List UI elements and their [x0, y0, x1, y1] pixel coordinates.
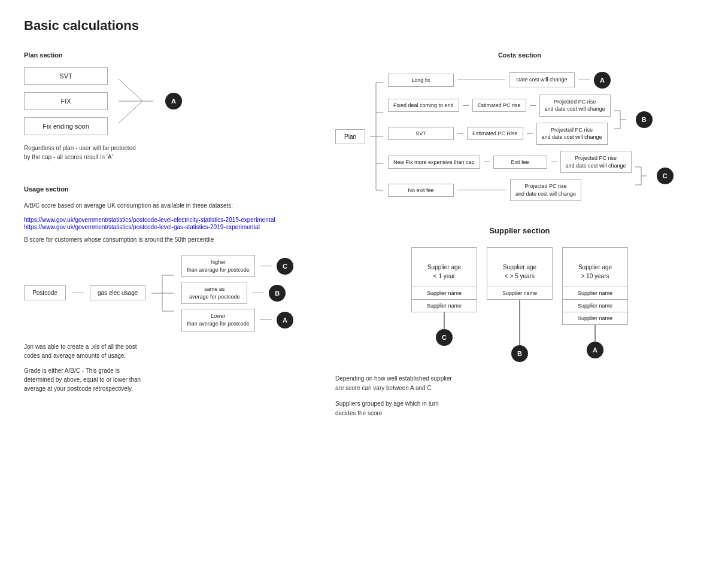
supplier-col-1yr: Supplier age < 1 year Supplier name Supp…	[411, 247, 477, 362]
usage-link-2[interactable]: https://www.gov.uk/government/statistics…	[24, 224, 260, 230]
costs-badge-a: A	[594, 72, 611, 89]
connector-low	[260, 320, 272, 320]
costs-row-newfix: New Fix more expensive than cap Exit fee…	[388, 151, 632, 173]
supplier-badge-a: A	[587, 342, 603, 358]
costs-group-b: Fixed deal coming to end Estimated PC ri…	[388, 95, 674, 145]
costs-conn-svt	[457, 133, 463, 134]
usage-input-gas-elec: gas elec usage	[90, 285, 145, 300]
usage-note-2: B score for customers whose consumption …	[24, 235, 311, 244]
costs-condition-newfix: New Fix more expensive than cap	[388, 156, 480, 169]
usage-box-high: higher than average for postcode	[181, 255, 255, 277]
plan-merge-svg	[119, 68, 154, 134]
costs-plan-box: Plan	[335, 129, 365, 144]
supplier-age-5yr: Supplier age < > 5 years	[487, 247, 553, 287]
usage-row-same: same as average for postcode B	[181, 282, 293, 304]
costs-conn-nf	[484, 162, 490, 162]
costs-result-newfix: Projected PC rise and date cost will cha…	[560, 151, 632, 173]
costs-section-title: Costs section	[335, 51, 704, 59]
svg-line-0	[119, 79, 142, 101]
costs-conn-nf2	[551, 162, 557, 162]
costs-row-fixed-deal: Fixed deal coming to end Estimated PC ri…	[388, 95, 611, 117]
costs-row-noexitfee: No exit fee Projected PC rise and date c…	[388, 179, 632, 201]
costs-middle-svt: Estimated PC Rise	[467, 127, 523, 140]
supplier-age-10yr: Supplier age > 10 years	[562, 247, 628, 287]
supplier-name-5yr-1: Supplier name	[487, 287, 553, 300]
costs-conn-fd	[463, 105, 469, 106]
usage-row-low: Lower than average for postcode A	[181, 309, 293, 331]
usage-note-grade: Grade is either A/B/C - This grade is de…	[24, 366, 311, 393]
usage-merge-svg	[151, 266, 175, 320]
connector-line-1	[72, 293, 84, 293]
costs-conn-fd2	[530, 105, 536, 106]
costs-bracket-c-svg	[635, 158, 653, 194]
supplier-name-1yr-1: Supplier name	[411, 287, 477, 300]
usage-badge-c: C	[277, 258, 293, 275]
costs-row-svt: SVT Estimated PC Rise Projected PC rise …	[388, 123, 611, 145]
connector-same	[252, 293, 264, 293]
page-title: Basic calculations	[24, 18, 704, 34]
supplier-col-10yr: Supplier age > 10 years Supplier name Su…	[562, 247, 628, 362]
costs-badge-c: C	[657, 168, 674, 184]
costs-result-noexitfee: Projected PC rise and date cost will cha…	[510, 179, 581, 201]
costs-result-longfix: Date cost will change	[509, 72, 575, 87]
supplier-section-title: Supplier section	[335, 226, 704, 235]
usage-badge-a: A	[277, 312, 293, 328]
plan-section-title: Plan section	[24, 51, 311, 59]
supplier-note-2: Suppliers grouped by age which in turn d…	[335, 399, 704, 418]
supplier-name-10yr-1: Supplier name	[562, 287, 628, 300]
supplier-name-10yr-3: Supplier name	[562, 312, 628, 325]
costs-conn-svt2	[527, 133, 533, 134]
costs-condition-fixeddeal: Fixed deal coming to end	[388, 99, 459, 112]
supplier-name-1yr-2: Supplier name	[411, 300, 477, 312]
costs-condition-longfix: Long fix	[388, 74, 454, 87]
costs-result-fixeddeal: Projected PC rise and date cost will cha…	[539, 95, 611, 117]
costs-conn-nef	[457, 190, 506, 190]
svg-line-2	[119, 101, 142, 123]
costs-connector-1	[457, 80, 505, 80]
supplier-age-1yr: Supplier age < 1 year	[411, 247, 477, 287]
plan-box-fix-ending: Fix ending soon	[24, 117, 108, 135]
connector-high	[260, 266, 272, 266]
usage-box-low: Lower than average for postcode	[181, 309, 255, 331]
costs-condition-noexitfee: No exit fee	[388, 184, 454, 197]
plan-box-fix: FIX	[24, 92, 108, 110]
supplier-badge-b: B	[511, 345, 528, 362]
usage-note-jon: Jon was able to create a .xls of all the…	[24, 342, 311, 360]
supplier-badge-c: C	[436, 329, 453, 346]
usage-link-1[interactable]: https://www.gov.uk/government/statistics…	[24, 217, 275, 223]
supplier-name-10yr-2: Supplier name	[562, 300, 628, 312]
costs-condition-svt: SVT	[388, 127, 454, 140]
costs-main-svg	[370, 71, 383, 202]
costs-connector-1b	[578, 80, 590, 80]
usage-input-postcode: Postcode	[24, 285, 66, 300]
usage-row-high: higher than average for postcode C	[181, 255, 293, 277]
costs-badge-b: B	[636, 111, 653, 128]
plan-box-svt: SVT	[24, 67, 108, 85]
costs-bracket-b-svg	[614, 102, 632, 138]
supplier-col-5yr: Supplier age < > 5 years Supplier name B	[487, 247, 553, 362]
usage-note-1: A/B/C score based on average UK consumpt…	[24, 201, 311, 210]
costs-middle-newfix: Exit fee	[493, 156, 547, 169]
supplier-note-1: Depending on how well established suppli…	[335, 374, 704, 393]
costs-row-longfix: Long fix Date cost will change A	[388, 72, 674, 89]
plan-note: Regardless of plan - user will be protec…	[24, 144, 311, 162]
plan-badge-a: A	[165, 93, 182, 109]
costs-result-svt: Projected PC rise and date cost will cha…	[536, 123, 608, 145]
usage-box-same: same as average for postcode	[181, 282, 247, 304]
usage-section-title: Usage section	[24, 185, 311, 193]
costs-middle-fixeddeal: Estimated PC rise	[472, 99, 526, 112]
costs-group-c: New Fix more expensive than cap Exit fee…	[388, 151, 674, 201]
usage-badge-b: B	[269, 285, 286, 302]
